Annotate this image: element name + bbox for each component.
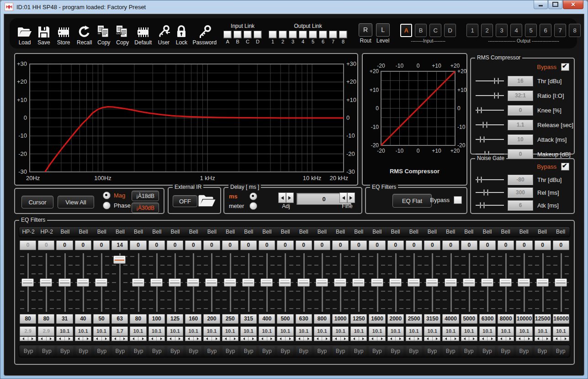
eq-q-down-button-8[interactable] — [167, 336, 175, 341]
gate-slider-0[interactable] — [476, 176, 504, 184]
eq-gain-slider-2[interactable] — [55, 252, 74, 313]
eq-q-field-8[interactable]: 10.1 — [167, 326, 183, 336]
eq-freq-field-29[interactable]: 16000 — [553, 314, 569, 324]
eq-q-down-button-28[interactable] — [535, 336, 543, 341]
gate-slider-1[interactable] — [476, 188, 504, 197]
eq-q-down-button-14[interactable] — [277, 336, 285, 341]
eq-filter-type-23[interactable]: Bell — [441, 227, 460, 237]
eq-byp-button-14[interactable]: Byp — [277, 346, 293, 356]
eq-q-up-button-13[interactable] — [267, 336, 275, 341]
delay-fine-up-button[interactable] — [347, 192, 355, 203]
eq-q-field-20[interactable]: 10.1 — [387, 326, 404, 336]
eq-freq-field-8[interactable]: 125 — [167, 314, 183, 324]
eq-filter-type-21[interactable]: Bell — [405, 227, 423, 237]
eq-byp-button-11[interactable]: Byp — [222, 346, 238, 356]
rms-slider-0[interactable] — [476, 77, 504, 85]
eq-gain-field-27[interactable]: 0 — [516, 240, 532, 250]
input-link-checkbox-D[interactable] — [254, 31, 262, 38]
output-link-checkbox-4[interactable] — [299, 31, 307, 38]
eq-gain-field-24[interactable]: 0 — [461, 240, 477, 250]
eq-q-up-button-8[interactable] — [175, 336, 184, 341]
input-link-checkbox-A[interactable] — [223, 31, 232, 38]
slider-handle-15[interactable] — [297, 278, 310, 287]
output-link-checkbox-6[interactable] — [319, 31, 327, 38]
eq-filter-type-1[interactable]: HP-2 — [37, 227, 56, 237]
eq-filter-type-3[interactable]: Bell — [74, 227, 93, 237]
eq-gain-slider-24[interactable] — [460, 252, 478, 313]
slider-handle-1[interactable] — [40, 278, 52, 287]
store-button[interactable]: Store — [55, 21, 72, 46]
eq-gain-slider-1[interactable] — [37, 252, 55, 313]
rout-button[interactable]: R — [359, 23, 372, 37]
eq-gain-slider-26[interactable] — [497, 252, 515, 313]
eq-q-field-4[interactable]: 10.1 — [93, 326, 110, 336]
default-button[interactable]: Default — [134, 21, 152, 46]
eq-filter-type-17[interactable]: Bell — [331, 227, 350, 237]
eq-gain-slider-20[interactable] — [387, 252, 405, 313]
input-link-checkbox-B[interactable] — [233, 31, 242, 38]
eq-freq-field-10[interactable]: 200 — [203, 314, 220, 324]
slider-handle-4[interactable] — [95, 278, 107, 287]
eq-q-down-button-17[interactable] — [332, 336, 340, 341]
slider-handle[interactable] — [482, 122, 487, 128]
eq-freq-field-13[interactable]: 400 — [259, 314, 275, 324]
input-select-button-C[interactable]: C — [429, 24, 441, 37]
eq-freq-field-28[interactable]: 12500 — [535, 314, 551, 324]
slider-handle[interactable] — [477, 176, 482, 183]
slider-handle-21[interactable] — [408, 278, 420, 287]
slider-handle-6[interactable] — [132, 278, 144, 287]
eq-gain-field-16[interactable]: 0 — [314, 240, 330, 250]
eq-filter-type-5[interactable]: Bell — [111, 227, 129, 237]
eq-gain-field-9[interactable]: 0 — [185, 240, 201, 250]
slider-handle-28[interactable] — [536, 278, 549, 287]
slider-handle-11[interactable] — [224, 278, 236, 287]
output-select-button-6[interactable]: 6 — [540, 24, 551, 37]
eq-gain-slider-7[interactable] — [148, 252, 166, 313]
load-button[interactable]: Load — [17, 21, 32, 46]
eq-freq-field-18[interactable]: 1250 — [350, 314, 367, 324]
eq-q-field-14[interactable]: 10.1 — [277, 326, 293, 336]
input-select-button-D[interactable]: D — [444, 24, 456, 37]
eq-q-up-button-24[interactable] — [469, 336, 477, 341]
eq-filter-type-27[interactable]: Bell — [515, 227, 533, 237]
eq-byp-button-1[interactable]: Byp — [39, 346, 54, 356]
eq-filter-type-13[interactable]: Bell — [258, 227, 276, 237]
eq-q-up-button-27[interactable] — [524, 336, 533, 341]
eq-gain-field-1[interactable]: 0 — [38, 240, 54, 250]
eq-freq-field-25[interactable]: 6300 — [479, 314, 496, 324]
phase-radio[interactable] — [103, 202, 111, 209]
rms-slider-4[interactable] — [476, 135, 504, 144]
eq-gain-slider-15[interactable] — [295, 252, 313, 313]
eq-q-down-button-29[interactable] — [553, 336, 561, 341]
eq-q-field-23[interactable]: 10.1 — [442, 326, 459, 336]
eq-gain-field-28[interactable]: 0 — [535, 240, 551, 250]
eq-q-up-button-20[interactable] — [395, 336, 404, 341]
rms-slider-2[interactable] — [476, 106, 504, 114]
eq-q-down-button-25[interactable] — [479, 336, 487, 341]
eq-q-up-button-3[interactable] — [83, 336, 91, 341]
eq-filter-type-29[interactable]: Bell — [551, 227, 570, 237]
eq-byp-button-23[interactable]: Byp — [443, 346, 458, 356]
eq-gain-field-7[interactable]: 0 — [148, 240, 165, 250]
eq-gain-field-11[interactable]: 0 — [222, 240, 238, 250]
minimize-button[interactable] — [534, 0, 548, 9]
output-link-checkbox-2[interactable] — [279, 31, 287, 38]
eq-freq-field-6[interactable]: 80 — [130, 314, 146, 324]
eq-byp-button-20[interactable]: Byp — [387, 346, 403, 356]
eq-freq-field-19[interactable]: 1600 — [369, 314, 385, 324]
eq-q-down-button-20[interactable] — [387, 336, 396, 341]
eq-gain-field-13[interactable]: 0 — [259, 240, 275, 250]
eq-freq-field-5[interactable]: 63 — [111, 314, 128, 324]
external-ir-off-button[interactable]: OFF — [173, 195, 197, 207]
user-button[interactable]: User — [157, 21, 170, 46]
eq-freq-field-4[interactable]: 50 — [93, 314, 110, 324]
output-link-checkbox-7[interactable] — [329, 31, 337, 38]
eq-q-down-button-1[interactable] — [38, 336, 46, 341]
eq-q-up-button-14[interactable] — [285, 336, 294, 341]
eq-q-up-button-7[interactable] — [156, 336, 165, 341]
slider-handle-3[interactable] — [77, 278, 89, 287]
delay-adj-up-button[interactable] — [286, 192, 294, 203]
eq-gain-field-4[interactable]: 0 — [93, 240, 110, 250]
eq-gain-slider-4[interactable] — [92, 252, 111, 313]
eq-gain-field-19[interactable]: 0 — [369, 240, 385, 250]
